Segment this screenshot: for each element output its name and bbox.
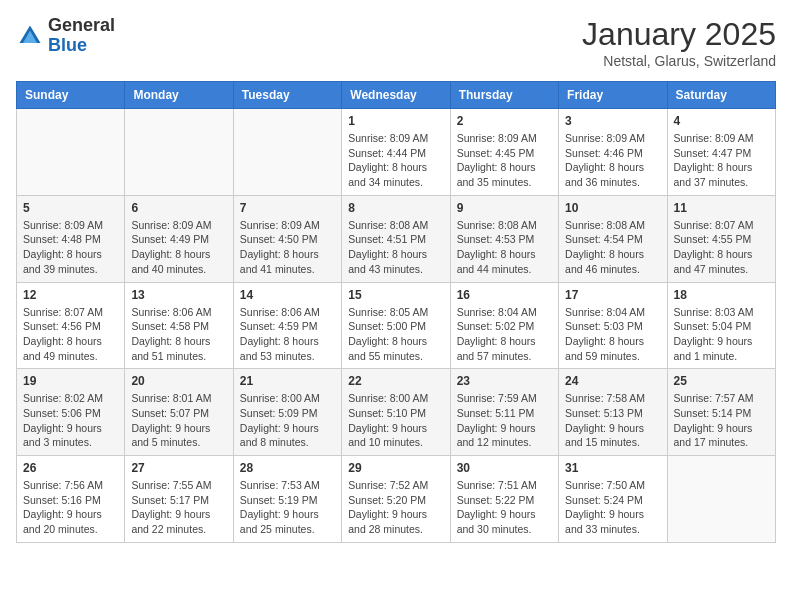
calendar-cell: 8Sunrise: 8:08 AMSunset: 4:51 PMDaylight… (342, 195, 450, 282)
calendar-cell (233, 109, 341, 196)
calendar-cell: 1Sunrise: 8:09 AMSunset: 4:44 PMDaylight… (342, 109, 450, 196)
logo: General Blue (16, 16, 115, 56)
day-number: 1 (348, 114, 443, 128)
day-number: 24 (565, 374, 660, 388)
calendar-cell: 7Sunrise: 8:09 AMSunset: 4:50 PMDaylight… (233, 195, 341, 282)
day-info: Sunrise: 8:08 AMSunset: 4:53 PMDaylight:… (457, 218, 552, 277)
calendar-cell: 17Sunrise: 8:04 AMSunset: 5:03 PMDayligh… (559, 282, 667, 369)
calendar-cell: 30Sunrise: 7:51 AMSunset: 5:22 PMDayligh… (450, 456, 558, 543)
calendar-cell: 3Sunrise: 8:09 AMSunset: 4:46 PMDaylight… (559, 109, 667, 196)
calendar-cell: 4Sunrise: 8:09 AMSunset: 4:47 PMDaylight… (667, 109, 775, 196)
logo-text: General Blue (48, 16, 115, 56)
title-block: January 2025 Netstal, Glarus, Switzerlan… (582, 16, 776, 69)
weekday-header-wednesday: Wednesday (342, 82, 450, 109)
calendar-cell (17, 109, 125, 196)
day-info: Sunrise: 8:07 AMSunset: 4:55 PMDaylight:… (674, 218, 769, 277)
calendar-cell: 23Sunrise: 7:59 AMSunset: 5:11 PMDayligh… (450, 369, 558, 456)
day-info: Sunrise: 8:02 AMSunset: 5:06 PMDaylight:… (23, 391, 118, 450)
calendar-cell: 20Sunrise: 8:01 AMSunset: 5:07 PMDayligh… (125, 369, 233, 456)
calendar-cell: 6Sunrise: 8:09 AMSunset: 4:49 PMDaylight… (125, 195, 233, 282)
day-number: 10 (565, 201, 660, 215)
day-info: Sunrise: 7:50 AMSunset: 5:24 PMDaylight:… (565, 478, 660, 537)
day-number: 27 (131, 461, 226, 475)
calendar-cell: 10Sunrise: 8:08 AMSunset: 4:54 PMDayligh… (559, 195, 667, 282)
day-number: 12 (23, 288, 118, 302)
calendar-week-2: 5Sunrise: 8:09 AMSunset: 4:48 PMDaylight… (17, 195, 776, 282)
day-info: Sunrise: 8:04 AMSunset: 5:03 PMDaylight:… (565, 305, 660, 364)
calendar-cell: 27Sunrise: 7:55 AMSunset: 5:17 PMDayligh… (125, 456, 233, 543)
calendar-cell: 28Sunrise: 7:53 AMSunset: 5:19 PMDayligh… (233, 456, 341, 543)
calendar-cell: 15Sunrise: 8:05 AMSunset: 5:00 PMDayligh… (342, 282, 450, 369)
day-number: 21 (240, 374, 335, 388)
day-number: 15 (348, 288, 443, 302)
day-number: 17 (565, 288, 660, 302)
day-number: 16 (457, 288, 552, 302)
day-number: 31 (565, 461, 660, 475)
day-info: Sunrise: 8:08 AMSunset: 4:54 PMDaylight:… (565, 218, 660, 277)
day-number: 2 (457, 114, 552, 128)
day-info: Sunrise: 7:59 AMSunset: 5:11 PMDaylight:… (457, 391, 552, 450)
calendar-table: SundayMondayTuesdayWednesdayThursdayFrid… (16, 81, 776, 543)
calendar-cell: 9Sunrise: 8:08 AMSunset: 4:53 PMDaylight… (450, 195, 558, 282)
calendar-cell: 2Sunrise: 8:09 AMSunset: 4:45 PMDaylight… (450, 109, 558, 196)
day-info: Sunrise: 7:51 AMSunset: 5:22 PMDaylight:… (457, 478, 552, 537)
calendar-cell: 25Sunrise: 7:57 AMSunset: 5:14 PMDayligh… (667, 369, 775, 456)
day-info: Sunrise: 7:56 AMSunset: 5:16 PMDaylight:… (23, 478, 118, 537)
day-info: Sunrise: 8:01 AMSunset: 5:07 PMDaylight:… (131, 391, 226, 450)
day-number: 30 (457, 461, 552, 475)
day-number: 8 (348, 201, 443, 215)
day-info: Sunrise: 7:55 AMSunset: 5:17 PMDaylight:… (131, 478, 226, 537)
calendar-cell: 31Sunrise: 7:50 AMSunset: 5:24 PMDayligh… (559, 456, 667, 543)
day-number: 25 (674, 374, 769, 388)
day-info: Sunrise: 8:09 AMSunset: 4:47 PMDaylight:… (674, 131, 769, 190)
day-info: Sunrise: 8:00 AMSunset: 5:09 PMDaylight:… (240, 391, 335, 450)
logo-icon (16, 22, 44, 50)
calendar-cell (667, 456, 775, 543)
day-number: 3 (565, 114, 660, 128)
day-number: 29 (348, 461, 443, 475)
day-info: Sunrise: 8:05 AMSunset: 5:00 PMDaylight:… (348, 305, 443, 364)
calendar-cell (125, 109, 233, 196)
day-number: 4 (674, 114, 769, 128)
calendar-cell: 16Sunrise: 8:04 AMSunset: 5:02 PMDayligh… (450, 282, 558, 369)
calendar-cell: 19Sunrise: 8:02 AMSunset: 5:06 PMDayligh… (17, 369, 125, 456)
calendar-cell: 13Sunrise: 8:06 AMSunset: 4:58 PMDayligh… (125, 282, 233, 369)
calendar-cell: 11Sunrise: 8:07 AMSunset: 4:55 PMDayligh… (667, 195, 775, 282)
calendar-cell: 26Sunrise: 7:56 AMSunset: 5:16 PMDayligh… (17, 456, 125, 543)
day-info: Sunrise: 8:06 AMSunset: 4:59 PMDaylight:… (240, 305, 335, 364)
calendar-header-row: SundayMondayTuesdayWednesdayThursdayFrid… (17, 82, 776, 109)
calendar-cell: 29Sunrise: 7:52 AMSunset: 5:20 PMDayligh… (342, 456, 450, 543)
calendar-week-1: 1Sunrise: 8:09 AMSunset: 4:44 PMDaylight… (17, 109, 776, 196)
calendar-cell: 14Sunrise: 8:06 AMSunset: 4:59 PMDayligh… (233, 282, 341, 369)
calendar-week-4: 19Sunrise: 8:02 AMSunset: 5:06 PMDayligh… (17, 369, 776, 456)
day-info: Sunrise: 7:52 AMSunset: 5:20 PMDaylight:… (348, 478, 443, 537)
calendar-cell: 18Sunrise: 8:03 AMSunset: 5:04 PMDayligh… (667, 282, 775, 369)
calendar-cell: 21Sunrise: 8:00 AMSunset: 5:09 PMDayligh… (233, 369, 341, 456)
calendar-cell: 22Sunrise: 8:00 AMSunset: 5:10 PMDayligh… (342, 369, 450, 456)
day-number: 7 (240, 201, 335, 215)
day-number: 26 (23, 461, 118, 475)
day-number: 20 (131, 374, 226, 388)
calendar-cell: 12Sunrise: 8:07 AMSunset: 4:56 PMDayligh… (17, 282, 125, 369)
day-info: Sunrise: 7:53 AMSunset: 5:19 PMDaylight:… (240, 478, 335, 537)
weekday-header-tuesday: Tuesday (233, 82, 341, 109)
day-number: 5 (23, 201, 118, 215)
day-number: 23 (457, 374, 552, 388)
calendar-cell: 24Sunrise: 7:58 AMSunset: 5:13 PMDayligh… (559, 369, 667, 456)
day-info: Sunrise: 8:06 AMSunset: 4:58 PMDaylight:… (131, 305, 226, 364)
day-info: Sunrise: 8:08 AMSunset: 4:51 PMDaylight:… (348, 218, 443, 277)
day-number: 28 (240, 461, 335, 475)
day-info: Sunrise: 8:03 AMSunset: 5:04 PMDaylight:… (674, 305, 769, 364)
day-number: 9 (457, 201, 552, 215)
day-info: Sunrise: 8:09 AMSunset: 4:50 PMDaylight:… (240, 218, 335, 277)
day-info: Sunrise: 8:09 AMSunset: 4:44 PMDaylight:… (348, 131, 443, 190)
day-info: Sunrise: 8:09 AMSunset: 4:46 PMDaylight:… (565, 131, 660, 190)
day-number: 14 (240, 288, 335, 302)
month-title: January 2025 (582, 16, 776, 53)
weekday-header-saturday: Saturday (667, 82, 775, 109)
day-number: 13 (131, 288, 226, 302)
day-info: Sunrise: 8:09 AMSunset: 4:45 PMDaylight:… (457, 131, 552, 190)
day-number: 22 (348, 374, 443, 388)
weekday-header-friday: Friday (559, 82, 667, 109)
day-number: 6 (131, 201, 226, 215)
